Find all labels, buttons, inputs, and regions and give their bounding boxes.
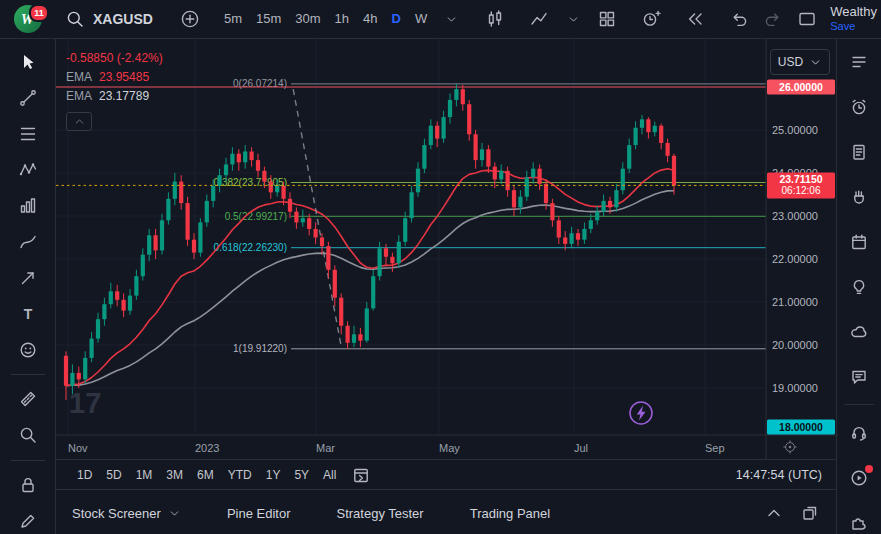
- tradingview-watermark: 17: [69, 387, 101, 419]
- alerts-button[interactable]: [847, 96, 871, 119]
- save-link[interactable]: Save: [830, 20, 855, 33]
- cursor-tool-button[interactable]: [15, 49, 41, 74]
- interval-W[interactable]: W: [408, 5, 434, 33]
- price-axis[interactable]: 25.0000024.0000023.0000022.0000021.00000…: [767, 80, 835, 435]
- goto-date-button[interactable]: [351, 465, 371, 485]
- create-alert-button[interactable]: [634, 4, 668, 34]
- trend-line-tool-button[interactable]: [15, 85, 41, 110]
- interval-1h[interactable]: 1h: [328, 5, 356, 33]
- bottom-panel: Stock ScreenerPine EditorStrategy Tester…: [56, 489, 836, 534]
- layout-user-block[interactable]: Wealthy Educ... Save: [830, 5, 881, 33]
- emoji-tool-button[interactable]: [15, 337, 41, 362]
- tab-stock-screener[interactable]: Stock Screener: [72, 506, 181, 521]
- indicators-menu-button[interactable]: [556, 4, 590, 34]
- range-5y-button[interactable]: 5Y: [287, 465, 316, 485]
- calendar-button[interactable]: [847, 231, 871, 254]
- chart-canvas[interactable]: 0(26.07214)0.382(23.77905)0.5(22.99217)0…: [56, 39, 838, 459]
- restore-panel-button[interactable]: [800, 503, 820, 523]
- price-scale-settings-icon[interactable]: [783, 440, 796, 453]
- interval-30m[interactable]: 30m: [288, 5, 327, 33]
- expand-panel-button[interactable]: [764, 503, 784, 523]
- range-all-button[interactable]: All: [316, 465, 343, 485]
- comments-button[interactable]: [847, 365, 871, 388]
- chevron-up-icon: [73, 115, 86, 128]
- redo-button[interactable]: [756, 4, 790, 34]
- extensions-button[interactable]: [847, 511, 871, 534]
- lightning-button[interactable]: [630, 402, 652, 424]
- symbol-search-button[interactable]: XAGUSD: [55, 9, 163, 29]
- ruler-tool-button[interactable]: [15, 387, 41, 412]
- svg-text:Nov: Nov: [68, 442, 88, 454]
- calendar-icon: [849, 232, 869, 252]
- svg-text:0(26.07214): 0(26.07214): [233, 78, 287, 89]
- currency-label: USD: [778, 55, 803, 69]
- news-button[interactable]: [847, 141, 871, 164]
- interval-D[interactable]: D: [385, 5, 408, 33]
- center-column: 0(26.07214)0.382(23.77905)0.5(22.99217)0…: [56, 39, 836, 534]
- range-6m-button[interactable]: 6M: [190, 465, 221, 485]
- chart-area[interactable]: 0(26.07214)0.382(23.77905)0.5(22.99217)0…: [56, 39, 836, 459]
- interval-15m[interactable]: 15m: [249, 5, 288, 33]
- brush-tool-button[interactable]: [15, 229, 41, 254]
- interval-4h[interactable]: 4h: [356, 5, 384, 33]
- tab-trading-panel[interactable]: Trading Panel: [470, 506, 550, 521]
- tutorials-button[interactable]: [847, 466, 871, 489]
- layout-name: Wealthy Educ...: [830, 5, 881, 20]
- undo-button[interactable]: [722, 4, 756, 34]
- interval-5m[interactable]: 5m: [217, 5, 249, 33]
- lightbulb-button[interactable]: [847, 276, 871, 299]
- tab-strategy-tester[interactable]: Strategy Tester: [336, 506, 423, 521]
- svg-text:Jul: Jul: [574, 442, 588, 454]
- cursor-icon: [18, 52, 38, 72]
- svg-text:1(19.91220): 1(19.91220): [233, 343, 287, 354]
- range-1d-button[interactable]: 1D: [70, 465, 99, 485]
- svg-text:22.00000: 22.00000: [772, 253, 818, 265]
- chat-cloud-button[interactable]: [847, 320, 871, 343]
- replay-icon: [685, 9, 705, 29]
- bar-replay-button[interactable]: [678, 4, 712, 34]
- svg-text:23.00000: 23.00000: [772, 210, 818, 222]
- lock-tool-button[interactable]: [15, 473, 41, 498]
- clock-label[interactable]: 14:47:54 (UTC): [736, 468, 822, 482]
- interval-menu-button[interactable]: [434, 4, 468, 34]
- text-tool-button[interactable]: T: [15, 301, 41, 326]
- range-ytd-button[interactable]: YTD: [221, 465, 259, 485]
- save-layout-button[interactable]: [790, 4, 824, 34]
- legend-collapse-button[interactable]: [66, 112, 92, 131]
- chart-type-button[interactable]: [478, 4, 512, 34]
- range-buttons: 1D5D1M3M6MYTD1Y5YAll: [70, 465, 343, 485]
- main-area: T 0(26.07214)0.382(23.77905)0.5(22.99217…: [0, 39, 881, 534]
- indicator-row[interactable]: EMA23.17789: [66, 89, 163, 103]
- svg-text:May: May: [439, 442, 460, 454]
- time-axis[interactable]: Nov2023MarMayJulSep: [68, 442, 725, 454]
- range-5d-button[interactable]: 5D: [99, 465, 128, 485]
- ideas-button[interactable]: [847, 186, 871, 209]
- indicator-row[interactable]: EMA23.95485: [66, 70, 163, 84]
- support-button[interactable]: [847, 421, 871, 444]
- range-1y-button[interactable]: 1Y: [259, 465, 288, 485]
- indicator-value: 23.95485: [99, 70, 149, 84]
- multichart-layout-button[interactable]: [590, 4, 624, 34]
- range-3m-button[interactable]: 3M: [159, 465, 190, 485]
- forecast-tool-button[interactable]: [15, 193, 41, 218]
- chart-legend: -0.58850 (-2.42%) EMA23.95485EMA23.17789: [66, 51, 163, 131]
- currency-selector[interactable]: USD: [770, 49, 830, 75]
- chat-cloud-icon: [849, 322, 869, 342]
- fib-retracement-tool-button[interactable]: [15, 121, 41, 146]
- news-icon: [849, 142, 869, 162]
- arrow-marker-tool-button[interactable]: [15, 265, 41, 290]
- edit-tool-button[interactable]: [15, 509, 41, 534]
- indicators-button[interactable]: [522, 4, 556, 34]
- xabcd-pattern-tool-button[interactable]: [15, 157, 41, 182]
- range-1m-button[interactable]: 1M: [129, 465, 160, 485]
- tab-pine-editor[interactable]: Pine Editor: [227, 506, 291, 521]
- app-logo[interactable]: W 11: [0, 5, 55, 33]
- divider: [11, 374, 45, 375]
- add-button[interactable]: [173, 4, 207, 34]
- ruler-icon: [18, 389, 38, 409]
- watchlist-button[interactable]: [847, 51, 871, 74]
- zoom-tool-button[interactable]: [15, 423, 41, 448]
- tab-label: Pine Editor: [227, 506, 291, 521]
- panel-tabs: Stock ScreenerPine EditorStrategy Tester…: [72, 506, 596, 521]
- ema-20-line: [66, 169, 674, 386]
